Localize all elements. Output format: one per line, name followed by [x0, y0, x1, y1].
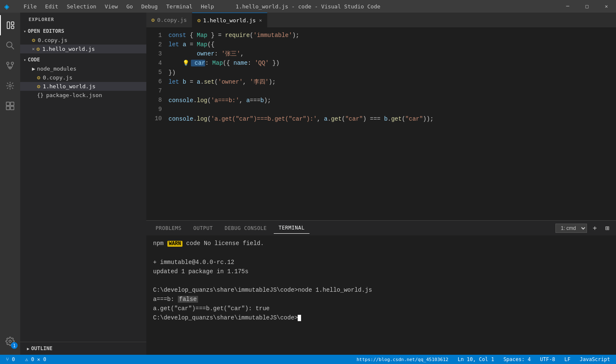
terminal-line-6: a.get("car")===b.get("car"): true	[153, 304, 609, 313]
chevron-right-icon: ▶	[32, 66, 35, 72]
outline-section: ▶ OUTLINE	[20, 342, 146, 355]
js-file-icon-2: ⚙	[37, 46, 40, 52]
tab-label-copy: 0.copy.js	[157, 17, 187, 23]
tab-0copy[interactable]: ⚙ 0.copy.js	[146, 13, 192, 27]
tab-output[interactable]: OUTPUT	[188, 223, 218, 234]
outline-header[interactable]: ▶ OUTLINE	[24, 344, 143, 353]
menu-file[interactable]: File	[21, 3, 39, 11]
activity-extensions[interactable]	[0, 96, 20, 116]
dirty-indicator: ✕	[32, 46, 35, 52]
status-language[interactable]: JavaScript	[577, 356, 613, 362]
code-editor[interactable]: 1 2 3 4 5 6 7 8 9 10 const { Map } = req…	[146, 27, 616, 220]
activity-settings[interactable]	[0, 331, 20, 351]
terminal-selector[interactable]: 1: cmd	[555, 224, 587, 233]
terminal-line-blank-2	[153, 276, 609, 285]
npm-text: npm	[153, 240, 167, 247]
gear-icon-copy: ⚙	[37, 74, 40, 81]
tab-debug-console[interactable]: DEBUG CONSOLE	[219, 223, 272, 234]
tab-problems[interactable]: PROBLEMS	[151, 223, 187, 234]
open-editor-hello[interactable]: ✕ ⚙ 1.hello_world.js	[20, 45, 146, 53]
close-button[interactable]: ✕	[597, 0, 616, 13]
tab-icon-hello: ⚙	[197, 17, 201, 24]
open-editor-copy[interactable]: ⚙ 0.copy.js	[20, 36, 146, 45]
panel-controls: 1: cmd + ⊞	[555, 223, 612, 233]
code-section-header[interactable]: ▾ CODE	[20, 55, 146, 64]
svg-point-8	[9, 84, 11, 87]
terminal-line-5: a===b: false	[153, 295, 609, 304]
activity-bottom: 1	[0, 331, 20, 351]
sidebar-0copy-label: 0.copy.js	[43, 74, 72, 81]
tab-hello[interactable]: ⚙ 1.hello_world.js ✕	[192, 13, 267, 27]
svg-point-6	[11, 62, 14, 65]
close-tab-icon[interactable]: ✕	[259, 18, 262, 23]
code-content: const { Map } = require('immutable'); le…	[169, 31, 616, 217]
window-title: 1.hello_world.js - code - Visual Studio …	[235, 3, 380, 10]
svg-rect-11	[6, 106, 10, 110]
status-eol[interactable]: LF	[562, 356, 573, 362]
svg-line-4	[11, 47, 14, 49]
split-terminal-button[interactable]: ⊞	[603, 223, 612, 233]
tab-icon-copy: ⚙	[151, 17, 155, 23]
activity-debug[interactable]	[0, 76, 20, 96]
panel-tab-bar: PROBLEMS OUTPUT DEBUG CONSOLE TERMINAL 1…	[146, 221, 616, 235]
activity-explorer[interactable]	[0, 15, 20, 35]
terminal-line-3: updated 1 package in 1.175s	[153, 267, 609, 276]
status-branch[interactable]: ⑂ 0	[3, 356, 17, 362]
menu-view[interactable]: View	[102, 3, 120, 11]
status-ln-col[interactable]: Ln 10, Col 1	[455, 356, 497, 362]
tab-label-hello: 1.hello_world.js	[203, 17, 256, 24]
tab-terminal[interactable]: TERMINAL	[274, 222, 310, 234]
svg-point-5	[7, 62, 9, 65]
node-modules-folder[interactable]: ▶ node_modules	[20, 64, 146, 73]
menu-go[interactable]: Go	[124, 3, 135, 11]
status-right: https://blog.csdn.net/qq_45103612 Ln 10,…	[354, 356, 616, 362]
sidebar-hello[interactable]: ⚙ 1.hello_world.js	[20, 82, 146, 91]
status-url: https://blog.csdn.net/qq_45103612	[354, 357, 451, 362]
svg-rect-0	[7, 22, 10, 29]
status-encoding[interactable]: UTF-8	[537, 356, 558, 362]
json-icon: {}	[37, 92, 44, 98]
sidebar-0copy[interactable]: ⚙ 0.copy.js	[20, 73, 146, 82]
activity-source-control[interactable]	[0, 55, 20, 76]
npm-warn-text: code No license field.	[182, 240, 264, 247]
activity-search[interactable]	[0, 35, 20, 55]
line-numbers: 1 2 3 4 5 6 7 8 9 10	[146, 31, 169, 217]
menu-selection[interactable]: Selection	[64, 3, 99, 11]
open-editor-copy-label: 0.copy.js	[38, 37, 67, 43]
status-spaces[interactable]: Spaces: 4	[501, 356, 533, 362]
sidebar-package-lock[interactable]: {} package-lock.json	[20, 91, 146, 100]
node-modules-label: node_modules	[37, 66, 77, 72]
add-terminal-button[interactable]: +	[590, 223, 600, 233]
sidebar-hello-label: 1.hello_world.js	[43, 83, 95, 90]
menu-bar: File Edit Selection View Go Debug Termin…	[21, 3, 217, 11]
gear-icon-hello: ⚙	[37, 83, 40, 90]
chevron-down-icon: ▾	[24, 29, 26, 34]
terminal-panel: PROBLEMS OUTPUT DEBUG CONSOLE TERMINAL 1…	[146, 220, 616, 355]
terminal-line-blank-1	[153, 248, 609, 258]
editor-area: ⚙ 0.copy.js ⚙ 1.hello_world.js ✕ 1 2 3 4…	[146, 13, 616, 355]
code-section-label: CODE	[28, 57, 40, 63]
open-editors-section[interactable]: ▾ OPEN EDITORS	[20, 26, 146, 36]
js-file-icon: ⚙	[32, 37, 35, 43]
terminal-line-7: C:\develop_quanzs\share\immutableJS\code…	[153, 313, 609, 322]
sidebar: EXPLORER ▾ OPEN EDITORS ⚙ 0.copy.js ✕ ⚙ …	[20, 13, 146, 355]
chevron-right-icon-outline: ▶	[27, 346, 29, 351]
menu-debug[interactable]: Debug	[139, 3, 160, 11]
svg-rect-9	[6, 102, 10, 106]
menu-terminal[interactable]: Terminal	[164, 3, 195, 11]
tab-bar: ⚙ 0.copy.js ⚙ 1.hello_world.js ✕	[146, 13, 616, 27]
svg-rect-2	[11, 26, 14, 29]
sidebar-spacer	[20, 100, 146, 342]
menu-edit[interactable]: Edit	[42, 3, 61, 11]
sidebar-package-label: package-lock.json	[46, 92, 102, 98]
maximize-button[interactable]: □	[577, 0, 597, 13]
svg-rect-12	[11, 106, 14, 110]
terminal-content[interactable]: npm WARN code No license field. + immuta…	[146, 235, 616, 355]
menu-help[interactable]: Help	[198, 3, 217, 11]
open-editor-hello-label: 1.hello_world.js	[42, 46, 95, 52]
notification-badge: 1	[11, 342, 18, 349]
activity-bar: 1	[0, 13, 20, 355]
status-errors[interactable]: ⚠ 0 ✕ 0	[22, 356, 49, 362]
minimize-button[interactable]: ─	[558, 0, 577, 13]
terminal-line-2: + immutable@4.0.0-rc.12	[153, 258, 609, 267]
